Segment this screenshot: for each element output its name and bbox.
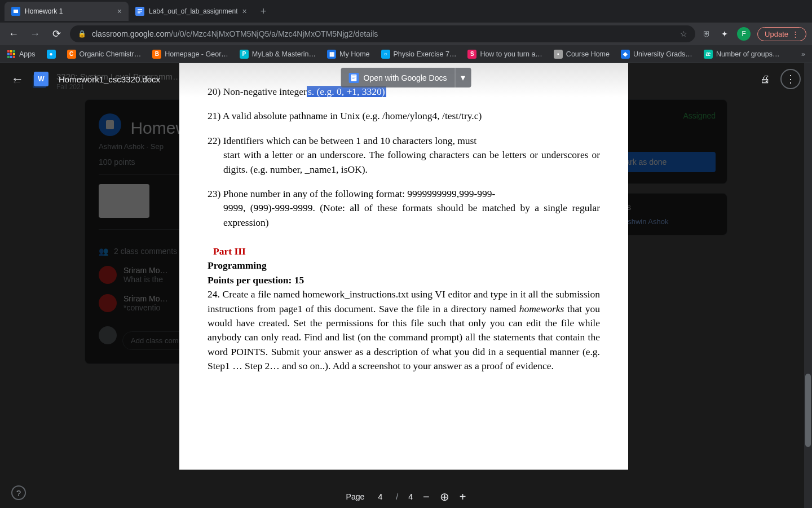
svg-rect-15 <box>106 120 114 129</box>
q23-line2: 9999, (999)-999-9999. (Note: all of thes… <box>208 201 600 230</box>
bookmark-label: University Grads… <box>633 50 692 58</box>
bookmark-item[interactable]: ● <box>47 50 56 59</box>
update-label: Update <box>765 30 788 38</box>
bookmark-item[interactable]: SHow to you turn a… <box>467 50 542 59</box>
svg-rect-10 <box>10 53 12 55</box>
tab-strip: Homework 1 × Lab4_out_of_lab_assignment … <box>0 0 812 23</box>
url-text: classroom.google.com/u/0/c/Mzc4NjMxOTM5N… <box>92 29 674 38</box>
word-file-icon: W <box>34 72 48 86</box>
q22-line2: start with a letter or an underscore. Th… <box>208 148 600 177</box>
close-icon[interactable]: × <box>242 7 246 16</box>
scrollbar-thumb[interactable] <box>805 374 811 447</box>
bookmark-label: Physio Exercise 7… <box>394 50 457 58</box>
google-docs-icon <box>349 73 359 83</box>
back-button[interactable]: ← <box>6 28 21 40</box>
bookmark-label: How to you turn a… <box>480 50 542 58</box>
shield-icon[interactable]: ⛨ <box>701 28 712 40</box>
help-button[interactable]: ? <box>11 485 26 500</box>
update-button[interactable]: Update ⋮ <box>757 27 806 41</box>
page-separator: / <box>396 492 398 501</box>
bookmark-item[interactable]: COrganic Chemistr… <box>67 50 142 59</box>
new-tab-button[interactable]: + <box>254 6 273 17</box>
kebab-icon: ⋮ <box>792 30 799 38</box>
bookmark-label: Homepage - Geor… <box>165 50 228 58</box>
question-24: 24. Create a file named homework_instruc… <box>208 287 600 373</box>
question-23: 23) Phone number in any of the following… <box>208 187 600 230</box>
bookmarks-overflow[interactable]: » <box>801 50 805 58</box>
tab-lab4[interactable]: Lab4_out_of_lab_assignment × <box>129 2 254 21</box>
programming-subhead: Programming <box>208 259 600 273</box>
q22-line1: 22) Identifiers which can be between 1 a… <box>208 134 600 148</box>
more-menu-button[interactable]: ⋮ <box>780 69 801 89</box>
toolbar: ← → ⟳ 🔒 classroom.google.com/u/0/c/Mzc4N… <box>0 23 812 45</box>
print-icon[interactable]: 🖨 <box>760 73 770 85</box>
open-with-main[interactable]: Open with Google Docs <box>341 68 455 87</box>
bookmark-icon: C <box>67 50 76 59</box>
bookmarks-bar: Apps ● COrganic Chemistr… BHomepage - Ge… <box>0 45 812 63</box>
points-subhead: Points per question: 15 <box>208 273 600 287</box>
bookmark-item[interactable]: ▦My Home <box>327 50 369 59</box>
page-label: Page <box>346 492 365 501</box>
zoom-in-button[interactable]: + <box>460 491 466 503</box>
profile-avatar[interactable]: F <box>737 27 751 41</box>
classroom-favicon <box>11 7 20 16</box>
bookmark-icon: ▪ <box>554 50 563 59</box>
bookmark-label: Apps <box>19 50 36 58</box>
bookmark-label: Course Home <box>566 50 610 58</box>
url-host: classroom.google.com <box>92 29 171 38</box>
bookmark-star-icon[interactable]: ☆ <box>680 29 687 38</box>
bookmark-item[interactable]: æNumber of groups… <box>704 50 780 59</box>
bookmark-icon: ◆ <box>621 50 630 59</box>
bookmark-apps[interactable]: Apps <box>7 50 36 59</box>
part-3-heading: Part III <box>208 244 600 259</box>
close-icon[interactable]: × <box>117 7 122 16</box>
svg-rect-7 <box>10 50 12 52</box>
bookmark-icon: ▦ <box>327 50 336 59</box>
toolbar-right: ⛨ ✦ F Update ⋮ <box>701 27 806 41</box>
browser-chrome: Homework 1 × Lab4_out_of_lab_assignment … <box>0 0 812 63</box>
open-with-dropdown[interactable]: ▾ <box>454 68 471 87</box>
svg-rect-6 <box>7 50 10 52</box>
page-area: ← W 3320: System Level Programm…Fall 202… <box>0 63 812 508</box>
zoom-out-button[interactable]: − <box>423 491 430 503</box>
bookmark-item[interactable]: PMyLab & Masterin… <box>240 50 316 59</box>
bookmark-label: Number of groups… <box>716 50 780 58</box>
reload-button[interactable]: ⟳ <box>48 28 64 40</box>
viewer-back-button[interactable]: ← <box>11 72 24 86</box>
scrollbar-track[interactable] <box>804 63 812 508</box>
tab-title: Lab4_out_of_lab_assignment <box>149 7 237 15</box>
address-bar[interactable]: 🔒 classroom.google.com/u/0/c/Mzc4NjMxOTM… <box>70 25 695 42</box>
page-total: 4 <box>408 492 413 501</box>
svg-rect-19 <box>352 78 355 78</box>
bookmark-icon: ● <box>47 50 56 59</box>
bookmark-icon: æ <box>704 50 713 59</box>
forward-button[interactable]: → <box>27 28 43 40</box>
bookmark-item[interactable]: ◆University Grads… <box>621 50 692 59</box>
open-with-button[interactable]: Open with Google Docs ▾ <box>341 68 471 87</box>
lock-icon: 🔒 <box>78 30 86 38</box>
svg-rect-9 <box>7 53 10 55</box>
svg-rect-12 <box>7 56 10 58</box>
tab-title: Homework 1 <box>25 7 113 15</box>
bookmark-label: My Home <box>339 50 369 58</box>
question-21: 21) A valid absolute pathname in Unix (e… <box>208 109 600 123</box>
page-current-input[interactable] <box>374 492 386 501</box>
bookmark-item[interactable]: ▪Course Home <box>554 50 610 59</box>
open-with-label: Open with Google Docs <box>364 73 447 82</box>
tab-homework[interactable]: Homework 1 × <box>5 2 129 21</box>
svg-rect-18 <box>352 77 356 77</box>
bookmark-icon: ○ <box>381 50 390 59</box>
bookmark-label: Organic Chemistr… <box>80 50 142 58</box>
bookmark-item[interactable]: BHomepage - Geor… <box>152 50 228 59</box>
svg-rect-1 <box>14 10 18 13</box>
extensions-icon[interactable]: ✦ <box>719 28 730 40</box>
q23-line1: 23) Phone number in any of the following… <box>208 187 600 201</box>
doc-page-controls: Page / 4 − ⊕ + <box>346 490 466 503</box>
bookmark-item[interactable]: ○Physio Exercise 7… <box>381 50 457 59</box>
svg-rect-8 <box>13 50 15 52</box>
document-page: 20) Non-negative integers. (e.g. 0, +1, … <box>179 63 628 470</box>
docs-favicon <box>135 7 144 16</box>
bookmark-icon: P <box>240 50 249 59</box>
zoom-reset-button[interactable]: ⊕ <box>440 490 449 503</box>
url-path: /u/0/c/Mzc4NjMxOTM5NjQ5/a/Mzc4NjMxOTM5Nj… <box>171 29 378 38</box>
